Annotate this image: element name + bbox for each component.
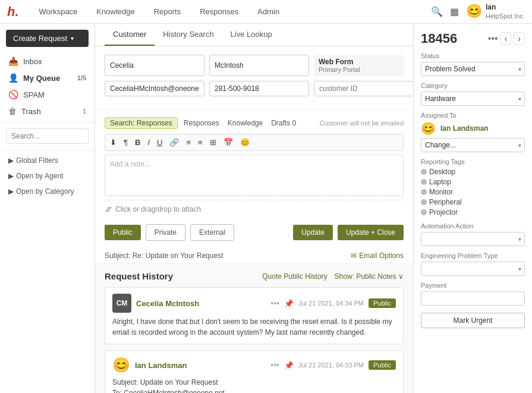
tag-label-laptop: Laptop xyxy=(429,178,451,186)
nav-reports[interactable]: Reports xyxy=(150,5,185,18)
sidebar: Create Request ▾ 📥 Inbox 👤 My Queue 1/5 … xyxy=(0,24,95,393)
tab-knowledge[interactable]: Knowledge xyxy=(225,118,265,128)
nav-knowledge[interactable]: Knowledge xyxy=(93,5,138,18)
first-name-input[interactable] xyxy=(105,55,204,76)
sidebar-divider-2 xyxy=(0,150,95,150)
user-name: Ian xyxy=(486,3,525,12)
user-company: HelpSpot Inc. xyxy=(486,12,525,20)
sender-name-2[interactable]: Ian Landsman xyxy=(135,361,187,370)
note-editor[interactable]: Add a note... xyxy=(105,155,404,196)
grid-icon[interactable]: ▦ xyxy=(450,6,459,17)
update-close-button[interactable]: Update + Close xyxy=(338,225,404,240)
subject-row: Subject: Re: Update on Your Request ✉ Em… xyxy=(95,248,413,264)
status-select[interactable]: Problem Solved xyxy=(421,62,525,76)
email-input[interactable] xyxy=(105,81,204,96)
phone-input[interactable] xyxy=(209,81,309,96)
payment-label: Payment xyxy=(421,282,525,289)
chevron-right-icon-2: ▶ xyxy=(8,172,14,180)
show-dropdown[interactable]: Show: Public Notes ∨ xyxy=(335,272,404,281)
nav-admin[interactable]: Admin xyxy=(254,5,283,18)
category-select[interactable]: Hardware xyxy=(421,92,525,106)
not-emailed-label: Customer will not be emailed xyxy=(320,120,404,127)
nav-workspace[interactable]: Workspace xyxy=(36,5,81,18)
toolbar-table-btn[interactable]: ⊞ xyxy=(207,137,219,148)
customer-id-input[interactable] xyxy=(314,81,413,96)
request-id-row: 18456 ••• ‹ › xyxy=(421,31,525,46)
status-label: Status xyxy=(421,52,525,59)
prev-request-button[interactable]: ‹ xyxy=(500,32,512,45)
email-options-button[interactable]: ✉ Email Options xyxy=(351,251,404,260)
quote-public-link[interactable]: Quote Public History xyxy=(262,272,327,281)
spam-icon: 🚫 xyxy=(8,90,18,99)
user-info: 😊 Ian HelpSpot Inc. xyxy=(466,3,525,21)
toolbar-calendar-btn[interactable]: 📅 xyxy=(221,137,235,148)
reporting-tags-label: Reporting Tags xyxy=(421,158,525,165)
tag-dot-desktop xyxy=(421,169,427,175)
history-item-2: 😊 Ian Landsman ••• 📌 Jul 21 2021, 04:33 … xyxy=(105,350,404,393)
nav-responses[interactable]: Responses xyxy=(196,5,242,18)
search-icon[interactable]: 🔍 xyxy=(431,6,443,17)
sidebar-label-myqueue: My Queue xyxy=(23,74,60,83)
automation-select-wrapper xyxy=(421,232,525,246)
toolbar-underline-btn[interactable]: U xyxy=(155,137,165,148)
toolbar-download-btn[interactable]: ⬇ xyxy=(108,137,119,148)
sender-name-1[interactable]: Cecelia McIntosh xyxy=(136,299,199,308)
tag-label-monitor: Monitor xyxy=(429,188,453,196)
toolbar-italic-btn[interactable]: I xyxy=(145,137,152,148)
customer-form: Web Form Primary Portal xyxy=(95,46,413,110)
automation-select[interactable] xyxy=(421,232,525,246)
sidebar-item-spam[interactable]: 🚫 SPAM xyxy=(0,86,95,103)
pin-icon[interactable]: 📌 xyxy=(284,299,294,308)
sidebar-item-trash[interactable]: 🗑 Trash 1 xyxy=(0,103,95,120)
toolbar-link-btn[interactable]: 🔗 xyxy=(167,137,181,148)
external-button[interactable]: External xyxy=(190,224,234,241)
engineering-select[interactable] xyxy=(421,262,525,276)
payment-input[interactable] xyxy=(421,291,525,306)
tag-dot-projector xyxy=(421,209,427,215)
msg-actions-icon[interactable]: ••• xyxy=(270,298,279,308)
request-menu-button[interactable]: ••• xyxy=(488,33,498,44)
tab-responses[interactable]: Responses xyxy=(181,118,222,128)
history-header: Request History Quote Public History Sho… xyxy=(105,271,404,281)
attach-area[interactable]: 🖇 Click or drag/drop to attach xyxy=(105,200,404,218)
tab-live-lookup[interactable]: Live Lookup xyxy=(222,24,281,46)
toolbar-paragraph-btn[interactable]: ¶ xyxy=(121,137,130,148)
sidebar-section-open-by-category[interactable]: ▶ Open by Category xyxy=(0,184,95,199)
mark-urgent-button[interactable]: Mark Urgent xyxy=(421,313,525,328)
create-request-button[interactable]: Create Request ▾ xyxy=(6,30,89,47)
pin-icon-2[interactable]: 📌 xyxy=(284,361,294,370)
next-request-button[interactable]: › xyxy=(514,32,525,45)
action-row: Public Private External Update Update + … xyxy=(105,224,404,241)
tab-drafts[interactable]: Drafts 0 xyxy=(269,118,298,128)
toolbar-emoji-btn[interactable]: 😊 xyxy=(238,137,252,148)
search-input[interactable] xyxy=(6,128,89,144)
msg-time-1: Jul 21 2021, 04:34 PM xyxy=(298,300,364,307)
public-button[interactable]: Public xyxy=(105,225,141,240)
sidebar-item-inbox[interactable]: 📥 Inbox xyxy=(0,53,95,70)
tag-laptop[interactable]: Laptop xyxy=(421,178,525,186)
paperclip-icon: 🖇 xyxy=(105,205,112,213)
sidebar-section-open-by-agent[interactable]: ▶ Open by Agent xyxy=(0,168,95,184)
change-agent-select[interactable]: Change... xyxy=(421,138,525,152)
tag-desktop[interactable]: Desktop xyxy=(421,168,525,176)
msg-actions-icon-2[interactable]: ••• xyxy=(270,360,279,370)
tag-dot-peripheral xyxy=(421,199,427,205)
tag-projector[interactable]: Projector xyxy=(421,208,525,216)
assigned-avatar: 😊 xyxy=(421,121,436,136)
logo: h. xyxy=(7,4,19,20)
search-tabs: Search: Responses Responses Knowledge Dr… xyxy=(105,117,404,129)
last-name-input[interactable] xyxy=(209,55,309,76)
toolbar-bold-btn[interactable]: B xyxy=(133,137,143,148)
tag-peripheral[interactable]: Peripheral xyxy=(421,198,525,206)
tab-history-search[interactable]: History Search xyxy=(155,24,222,46)
tab-customer[interactable]: Customer xyxy=(105,24,155,46)
update-button[interactable]: Update xyxy=(293,225,333,240)
sidebar-section-global-filters[interactable]: ▶ Global Filters xyxy=(0,153,95,168)
tag-label-desktop: Desktop xyxy=(429,168,455,176)
private-button[interactable]: Private xyxy=(146,224,185,241)
toolbar-ol-btn[interactable]: ≡ xyxy=(196,137,205,148)
tag-monitor[interactable]: Monitor xyxy=(421,188,525,196)
toolbar-ul-btn[interactable]: ≡ xyxy=(184,137,193,148)
search-responses-tag[interactable]: Search: Responses xyxy=(105,117,178,129)
sidebar-item-myqueue[interactable]: 👤 My Queue 1/5 xyxy=(0,70,95,86)
